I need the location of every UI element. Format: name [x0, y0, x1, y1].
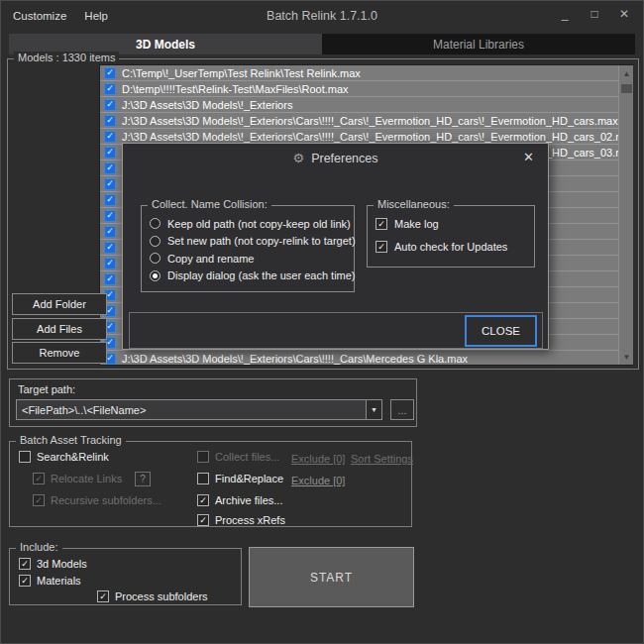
- title-bar: Customize Help Batch Relink 1.7.1.0 _ □ …: [1, 1, 643, 33]
- dialog-close-icon[interactable]: ✕: [523, 150, 534, 164]
- search-relink-label: Search&Relink: [37, 451, 109, 463]
- include-3d-models-label: 3d Models: [37, 558, 87, 570]
- list-item[interactable]: ✓J:\3D Assets\3D Models\!_Exteriors\Cars…: [100, 351, 632, 366]
- miscellaneous-group: Miscellaneous: ✓ Make log ✓ Auto check f…: [367, 205, 535, 268]
- add-files-button[interactable]: Add Files: [12, 318, 107, 340]
- make-log-label: Make log: [394, 218, 439, 230]
- chevron-down-icon[interactable]: ▼: [366, 400, 381, 419]
- row-checkbox[interactable]: ✓: [104, 131, 116, 143]
- row-checkbox[interactable]: ✓: [104, 83, 116, 95]
- include-materials-label: Materials: [37, 575, 81, 587]
- checkbox-box: [197, 451, 209, 463]
- process-xrefs-checkbox[interactable]: ✓ Process xRefs: [197, 514, 285, 526]
- relocate-links-checkbox: ✓ Relocate Links: [33, 473, 122, 484]
- help-icon[interactable]: ?: [135, 472, 151, 486]
- checkbox-box[interactable]: ✓: [197, 494, 209, 506]
- list-item-path: J:\3D Assets\3D Models\!_Exteriors\Cars\…: [122, 131, 633, 143]
- scroll-down-icon[interactable]: ▼: [619, 350, 634, 364]
- maximize-button[interactable]: □: [588, 7, 601, 21]
- include-3d-models-checkbox[interactable]: ✓ 3d Models: [19, 558, 87, 570]
- scroll-thumb[interactable]: [621, 84, 632, 93]
- collect-name-collision-group: Collect. Name Collision: Keep old path (…: [141, 205, 355, 292]
- radio-label: Copy and rename: [167, 253, 254, 265]
- list-item[interactable]: ✓J:\3D Assets\3D Models\!_Exteriors\Cars…: [100, 113, 632, 129]
- row-checkbox[interactable]: ✓: [104, 258, 116, 269]
- list-item-path: C:\Temp\!_UserTemp\Test Relink\Test Reli…: [122, 67, 361, 79]
- checkbox-box[interactable]: [19, 451, 31, 463]
- row-checkbox[interactable]: ✓: [104, 99, 116, 111]
- find-replace-label: Find&Replace: [215, 473, 283, 484]
- batch-asset-tracking-group: Batch Asset Tracking Search&Relink ✓ Rel…: [9, 441, 412, 527]
- preferences-icon: ⚙: [292, 151, 304, 165]
- radio-label: Keep old path (not copy-keep old link): [167, 218, 351, 230]
- tab-material-libraries[interactable]: Material Libraries: [322, 34, 635, 54]
- radio-display-dialog[interactable]: Display dialog (ask the user each time): [150, 268, 346, 285]
- list-item-path: D:\temp\!!!!Test\Relink-Test\MaxFiles\Ro…: [122, 83, 349, 95]
- row-checkbox[interactable]: ✓: [104, 242, 116, 254]
- auto-check-updates-checkbox[interactable]: ✓ Auto check for Updates: [376, 241, 526, 253]
- batch-group-label: Batch Asset Tracking: [16, 434, 126, 446]
- find-replace-checkbox[interactable]: Find&Replace: [197, 473, 283, 484]
- radio-circle[interactable]: [150, 253, 161, 264]
- exclude-collect-link[interactable]: Exclude [0]: [291, 453, 345, 465]
- list-item[interactable]: ✓C:\Temp\!_UserTemp\Test Relink\Test Rel…: [100, 65, 632, 81]
- row-checkbox[interactable]: ✓: [104, 273, 116, 285]
- checkbox-box[interactable]: ✓: [19, 575, 31, 587]
- row-checkbox[interactable]: ✓: [104, 226, 116, 238]
- start-button[interactable]: START: [249, 547, 414, 607]
- process-subfolders-label: Process subfolders: [115, 590, 208, 602]
- models-group-label: Models : 1330 items: [14, 52, 119, 63]
- exclude-find-link[interactable]: Exclude [0]: [291, 475, 345, 486]
- add-folder-button[interactable]: Add Folder: [12, 293, 107, 315]
- radio-copy-and-rename[interactable]: Copy and rename: [150, 250, 346, 268]
- make-log-checkbox[interactable]: ✓ Make log: [376, 218, 526, 230]
- process-subfolders-checkbox[interactable]: ✓ Process subfolders: [97, 590, 208, 602]
- search-relink-checkbox[interactable]: Search&Relink: [19, 451, 109, 463]
- list-scrollbar[interactable]: ▲ ▼: [618, 65, 633, 365]
- row-checkbox[interactable]: ✓: [104, 210, 116, 222]
- row-checkbox[interactable]: ✓: [104, 178, 116, 190]
- radio-circle[interactable]: [150, 236, 161, 247]
- include-materials-checkbox[interactable]: ✓ Materials: [19, 575, 81, 587]
- target-path-group: Target path: <FilePath>\..\<FileName> ▼ …: [9, 378, 417, 427]
- dialog-button-panel: CLOSE: [129, 312, 543, 349]
- checkbox-box[interactable]: ✓: [376, 218, 387, 230]
- sort-settings-link[interactable]: Sort Settings: [351, 453, 413, 465]
- row-checkbox[interactable]: ✓: [104, 194, 116, 206]
- row-checkbox[interactable]: ✓: [104, 162, 116, 174]
- list-item-path: J:\3D Assets\3D Models\!_Exteriors\Cars\…: [122, 115, 618, 127]
- checkbox-box[interactable]: [197, 473, 209, 484]
- radio-set-new-path[interactable]: Set new path (not copy-relink to target): [150, 233, 346, 251]
- close-button[interactable]: ✕: [617, 7, 631, 21]
- collect-files-checkbox: Collect files...: [197, 451, 279, 463]
- scroll-up-icon[interactable]: ▲: [619, 66, 634, 80]
- row-checkbox[interactable]: ✓: [104, 67, 116, 79]
- recursive-subfolders-label: Recursive subfolders...: [51, 494, 161, 506]
- target-path-combobox[interactable]: <FilePath>\..\<FileName> ▼: [16, 399, 382, 420]
- checkbox-box[interactable]: ✓: [97, 590, 109, 602]
- misc-group-label: Miscellaneous:: [374, 198, 454, 210]
- list-item[interactable]: ✓J:\3D Assets\3D Models\!_Exteriors: [100, 97, 632, 113]
- radio-label: Set new path (not copy-relink to target): [167, 235, 356, 247]
- checkbox-box[interactable]: ✓: [376, 241, 387, 253]
- remove-button[interactable]: Remove: [12, 342, 107, 364]
- list-item[interactable]: ✓D:\temp\!!!!Test\Relink-Test\MaxFiles\R…: [100, 81, 632, 97]
- preferences-dialog: ⚙ Preferences ✕ Collect. Name Collision:…: [122, 143, 549, 350]
- row-checkbox[interactable]: ✓: [104, 115, 116, 127]
- archive-files-label: Archive files...: [215, 494, 282, 506]
- radio-circle[interactable]: [150, 270, 161, 281]
- include-group: Include: ✓ 3d Models ✓ Materials ✓ Proce…: [9, 548, 242, 605]
- radio-keep-old-path[interactable]: Keep old path (not copy-keep old link): [150, 215, 346, 233]
- target-path-value: <FilePath>\..\<FileName>: [17, 404, 366, 416]
- checkbox-box[interactable]: ✓: [19, 558, 31, 570]
- archive-files-checkbox[interactable]: ✓ Archive files...: [197, 494, 282, 506]
- minimize-button[interactable]: _: [558, 7, 572, 21]
- close-dialog-button[interactable]: CLOSE: [465, 315, 537, 347]
- checkbox-box[interactable]: ✓: [197, 514, 209, 526]
- radio-circle[interactable]: [150, 218, 161, 229]
- browse-button[interactable]: ...: [390, 399, 414, 420]
- dialog-title-bar: ⚙ Preferences: [123, 151, 548, 165]
- target-path-label: Target path:: [18, 383, 75, 395]
- checkbox-box: ✓: [33, 473, 45, 484]
- row-checkbox[interactable]: ✓: [104, 147, 116, 159]
